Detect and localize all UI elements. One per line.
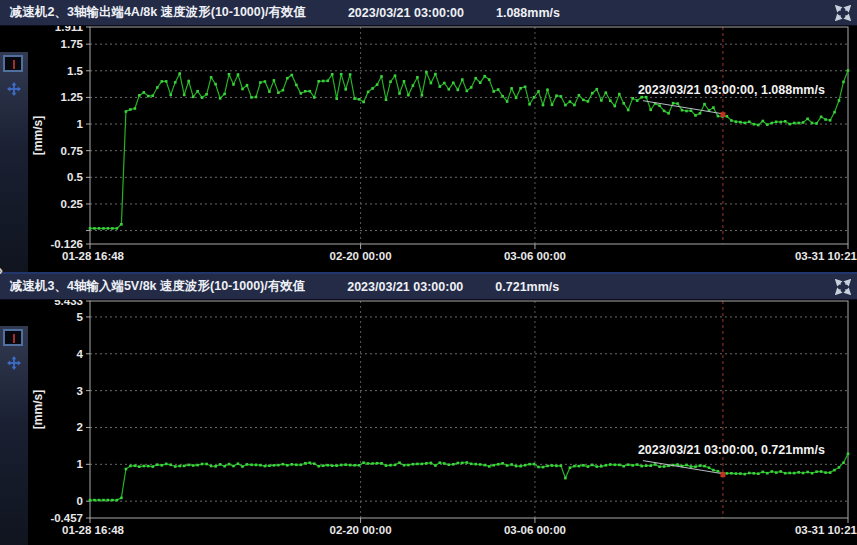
- trend-chart[interactable]: 5.433543210-0.45701-28 16:4802-20 00:000…: [28, 300, 857, 545]
- pan-move-icon[interactable]: [7, 356, 21, 370]
- thumbnail-cursor-mark: [13, 60, 15, 69]
- svg-text:02-20 00:00: 02-20 00:00: [330, 524, 392, 536]
- svg-text:[mm/s]: [mm/s]: [31, 116, 45, 155]
- cursor-datetime: 2023/03/21 03:00:00: [347, 280, 463, 294]
- trend-panel-2: 减速机3、4轴输入端5V/8k 速度波形(10-1000)/有效值 2023/0…: [0, 272, 857, 545]
- cursor-value: 0.721mm/s: [495, 280, 559, 294]
- svg-text:1.25: 1.25: [61, 91, 84, 103]
- chart-toolbar-1: [0, 52, 28, 272]
- svg-text:0: 0: [77, 495, 83, 507]
- svg-text:2023/03/21 03:00:00, 1.088mm/s: 2023/03/21 03:00:00, 1.088mm/s: [638, 83, 825, 97]
- panel-header-1: 减速机2、3轴输出端4A/8k 速度波形(10-1000)/有效值 2023/0…: [0, 0, 857, 26]
- trend-chart[interactable]: 1.9111.751.51.2510.750.50.25-0.12601-28 …: [28, 26, 857, 272]
- svg-text:5.433: 5.433: [54, 300, 83, 307]
- svg-text:1: 1: [77, 118, 84, 130]
- expand-icon[interactable]: [835, 279, 851, 295]
- channel-title: 减速机2、3轴输出端4A/8k 速度波形(10-1000)/有效值: [10, 4, 306, 21]
- svg-text:2: 2: [77, 421, 83, 433]
- pan-move-icon[interactable]: [7, 82, 21, 96]
- svg-text:1.5: 1.5: [67, 65, 84, 77]
- thumbnail-cursor-mark: [13, 334, 15, 343]
- svg-text:4: 4: [77, 348, 84, 360]
- svg-text:02-20 00:00: 02-20 00:00: [330, 250, 392, 262]
- svg-text:1.911: 1.911: [55, 26, 84, 33]
- svg-text:03-31 10:21: 03-31 10:21: [795, 250, 857, 262]
- cursor-value: 1.088mm/s: [496, 6, 560, 20]
- svg-text:03-06 00:00: 03-06 00:00: [504, 250, 566, 262]
- cursor-datetime: 2023/03/21 03:00:00: [348, 6, 464, 20]
- channel-title: 减速机3、4轴输入端5V/8k 速度波形(10-1000)/有效值: [10, 278, 305, 295]
- svg-text:1: 1: [77, 458, 84, 470]
- chart-area-2: 5.433543210-0.45701-28 16:4802-20 00:000…: [0, 300, 857, 545]
- svg-text:-0.126: -0.126: [50, 238, 83, 250]
- svg-text:01-28 16:48: 01-28 16:48: [62, 524, 125, 536]
- svg-text:1.75: 1.75: [61, 38, 84, 50]
- collapse-panel-icon[interactable]: ›: [0, 262, 3, 277]
- svg-text:0.25: 0.25: [61, 198, 84, 210]
- chart-thumbnail-icon[interactable]: [3, 329, 23, 346]
- svg-text:0.5: 0.5: [67, 171, 84, 183]
- svg-text:2023/03/21 03:00:00, 0.721mm/s: 2023/03/21 03:00:00, 0.721mm/s: [638, 443, 825, 457]
- chart-toolbar-2: [0, 326, 28, 545]
- svg-text:[mm/s]: [mm/s]: [31, 390, 45, 429]
- svg-text:01-28 16:48: 01-28 16:48: [62, 250, 125, 262]
- svg-text:03-06 00:00: 03-06 00:00: [504, 524, 566, 536]
- svg-text:0.75: 0.75: [61, 145, 84, 157]
- vibration-monitor-app: { "icons": { "collapse_chevron": "›", "e…: [0, 0, 857, 545]
- svg-text:-0.457: -0.457: [50, 512, 83, 524]
- svg-text:3: 3: [77, 385, 83, 397]
- svg-text:03-31 10:21: 03-31 10:21: [795, 524, 857, 536]
- chart-area-1: 1.9111.751.51.2510.750.50.25-0.12601-28 …: [0, 26, 857, 272]
- expand-icon[interactable]: [835, 5, 851, 21]
- chart-thumbnail-icon[interactable]: [3, 55, 23, 72]
- panel-header-2: 减速机3、4轴输入端5V/8k 速度波形(10-1000)/有效值 2023/0…: [0, 274, 857, 300]
- trend-panel-1: 减速机2、3轴输出端4A/8k 速度波形(10-1000)/有效值 2023/0…: [0, 0, 857, 272]
- svg-text:5: 5: [77, 311, 84, 323]
